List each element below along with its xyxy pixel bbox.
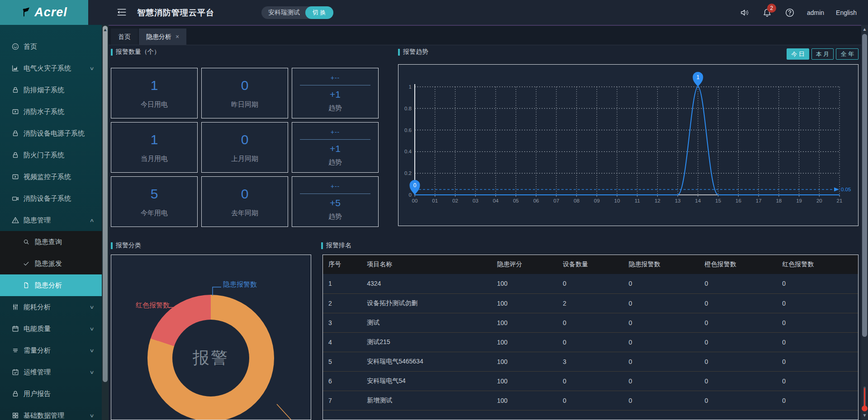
- sidebar-item[interactable]: 隐患派发: [0, 253, 102, 274]
- donut-center-label: 报警: [147, 295, 274, 420]
- page-title: 智慧消防管理云平台: [137, 7, 214, 18]
- sidebar-item-label: 视频监控子系统: [24, 173, 71, 181]
- table-cell: 3: [323, 313, 361, 332]
- lock-icon: [11, 390, 19, 398]
- table-row[interactable]: 6安科瑞电气541000000: [323, 371, 858, 391]
- stat-card: 5 今年用电: [111, 176, 198, 227]
- sidebar-item[interactable]: 隐患分析: [0, 274, 102, 296]
- chevron-icon: ∨: [89, 304, 94, 310]
- menu-fold-icon[interactable]: [116, 7, 128, 18]
- sidebar-scrollbar[interactable]: ▲: [102, 25, 109, 420]
- sidebar-item[interactable]: 电能质量 ∨: [0, 318, 102, 340]
- table-cell: 2: [557, 293, 623, 313]
- svg-text:16: 16: [735, 198, 741, 203]
- svg-text:20: 20: [816, 198, 822, 203]
- help-icon[interactable]: [784, 7, 795, 18]
- svg-text:0.4: 0.4: [404, 149, 412, 154]
- switch-project-button[interactable]: 切 换: [305, 6, 333, 19]
- stat-card: +-- +5 趋势: [292, 176, 379, 227]
- section-title-alarm-category: 报警分类: [111, 241, 141, 250]
- scroll-up-icon[interactable]: ▲: [861, 27, 868, 32]
- table-cell: 7: [323, 391, 361, 410]
- app-window: Acrel 智慧消防管理云平台 安科瑞测试 切 换 2 admin Englis…: [0, 0, 868, 420]
- table-cell: 0: [623, 313, 699, 332]
- area-chart-icon: [11, 64, 19, 72]
- table-cell: 2: [323, 293, 361, 313]
- trend-range-button[interactable]: 本 月: [811, 48, 834, 60]
- svg-text:13: 13: [675, 198, 681, 203]
- chevron-icon: ∨: [89, 413, 94, 419]
- sidebar-item[interactable]: 能耗分析 ∨: [0, 296, 102, 318]
- project-name: 安科瑞测试: [268, 9, 300, 17]
- svg-text:0.8: 0.8: [404, 106, 412, 111]
- table-cell: 0: [699, 274, 777, 293]
- header-actions: 2 admin English: [739, 0, 857, 25]
- sidebar-item-label: 防火门子系统: [24, 151, 64, 160]
- main-scrollbar[interactable]: ▲ ▼: [861, 25, 868, 420]
- sidebar-scrollbar-thumb[interactable]: [103, 26, 108, 382]
- sidebar-item[interactable]: 基础数据管理 ∨: [0, 405, 102, 420]
- sidebar-item[interactable]: 用户报告: [0, 383, 102, 405]
- username[interactable]: admin: [807, 9, 824, 16]
- list-icon: [11, 346, 19, 354]
- sidebar-item[interactable]: 运维管理 ∨: [0, 361, 102, 383]
- table-row[interactable]: 5安科瑞电气54656341003000: [323, 352, 858, 371]
- chevron-icon: ∧: [89, 217, 94, 223]
- title-accent-bar: [398, 49, 400, 56]
- table-cell: 0: [557, 313, 623, 332]
- sidebar-item[interactable]: 视频监控子系统: [0, 166, 102, 188]
- table-row[interactable]: 2设备拓扑测试勿删1002000: [323, 293, 858, 313]
- search-icon: [23, 238, 31, 245]
- sidebar-item-label: 电能质量: [24, 325, 51, 333]
- table-cell: 0: [777, 293, 858, 313]
- sidebar-item[interactable]: 消防水子系统: [0, 101, 102, 123]
- table-row[interactable]: 7新增测试1000000: [323, 391, 858, 410]
- sidebar-item[interactable]: 消防设备电源子系统: [0, 123, 102, 144]
- table-column-header: 隐患报警数: [623, 255, 699, 274]
- language-switch[interactable]: English: [836, 9, 857, 16]
- sidebar-submenu: 隐患查询 隐患派发 隐患分析: [0, 231, 102, 296]
- scroll-up-icon[interactable]: ▲: [102, 27, 109, 32]
- main-scrollbar-thumb[interactable]: [862, 34, 867, 337]
- svg-text:07: 07: [554, 198, 560, 203]
- trend-range-button[interactable]: 今 日: [787, 48, 809, 60]
- table-cell: 0: [777, 313, 858, 332]
- table-cell: 100: [492, 371, 558, 391]
- svg-text:03: 03: [473, 198, 479, 203]
- trend-range-button[interactable]: 全 年: [836, 48, 859, 60]
- notification-badge: 2: [767, 4, 776, 13]
- speaker-icon[interactable]: [739, 7, 750, 18]
- table-cell: 安科瑞电气5465634: [361, 352, 491, 371]
- sidebar-item-label: 用户报告: [24, 390, 51, 398]
- sidebar-item[interactable]: 防火门子系统: [0, 144, 102, 166]
- svg-text:10: 10: [614, 198, 620, 203]
- tab[interactable]: 首页: [111, 28, 138, 45]
- sidebar-item[interactable]: 隐患查询: [0, 231, 102, 253]
- trend-chart-panel: 00.20.40.60.8100010203040506070809101112…: [398, 64, 859, 226]
- table-column-header: 橙色报警数: [699, 255, 777, 274]
- sidebar-item[interactable]: 防排烟子系统: [0, 79, 102, 101]
- close-icon[interactable]: ×: [175, 28, 179, 45]
- svg-text:18: 18: [776, 198, 782, 203]
- donut-label-red-alarms: 红色报警数: [136, 301, 170, 310]
- sidebar-item[interactable]: 消防设备子系统: [0, 188, 102, 209]
- table-row[interactable]: 3测试1000000: [323, 313, 858, 332]
- table-cell: 4: [323, 332, 361, 352]
- sidebar-item[interactable]: 需量分析 ∨: [0, 340, 102, 361]
- table-row[interactable]: 143241000000: [323, 274, 858, 293]
- sidebar-item[interactable]: 电气火灾子系统 ∨: [0, 57, 102, 79]
- svg-text:05: 05: [513, 198, 519, 203]
- stat-card: 1 当月用电: [111, 122, 198, 173]
- table-row[interactable]: 4测试2151000000: [323, 332, 858, 352]
- scroll-down-icon[interactable]: ▼: [861, 413, 868, 418]
- sidebar-item[interactable]: 隐患管理 ∧: [0, 209, 102, 231]
- trend-chart: 00.20.40.60.8100010203040506070809101112…: [398, 65, 858, 227]
- sidebar-item[interactable]: 首页: [0, 36, 102, 57]
- tab[interactable]: 隐患分析 ×: [139, 28, 186, 45]
- bell-icon[interactable]: 2: [762, 7, 773, 18]
- table-cell: 0: [557, 371, 623, 391]
- table-cell: 0: [699, 352, 777, 371]
- stat-card: 0 去年同期: [201, 176, 288, 227]
- logo-text: Acrel: [34, 5, 67, 19]
- lock-icon: [11, 86, 19, 94]
